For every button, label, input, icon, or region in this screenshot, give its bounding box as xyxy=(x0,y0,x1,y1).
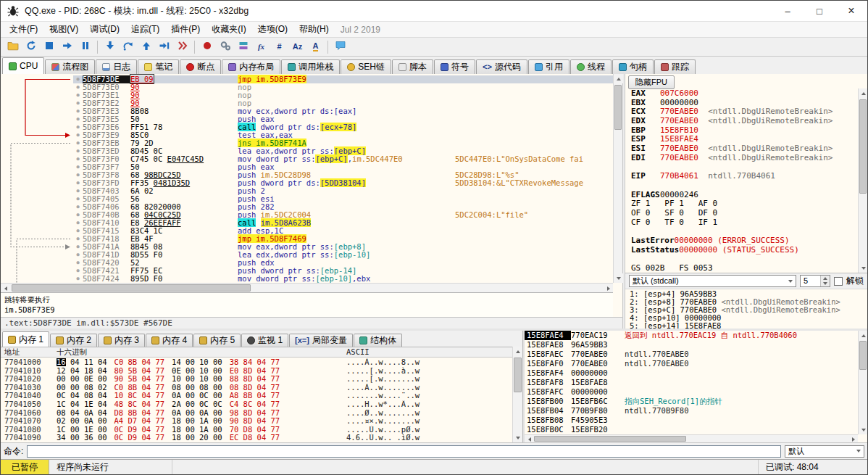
view-tab-8[interactable]: SEH链 xyxy=(341,59,391,74)
stack-row[interactable]: 15E8FAF0770EABE0ntdll.770EABE0 xyxy=(525,359,858,368)
scroll-up-button[interactable] xyxy=(614,74,623,83)
view-tab-9[interactable]: 脚本 xyxy=(392,59,433,74)
view-tab-12[interactable]: 引用 xyxy=(528,59,569,74)
scroll-up-button[interactable] xyxy=(513,347,522,356)
breakpoint-dot[interactable]: ● xyxy=(73,187,83,195)
breakpoint-dot[interactable]: ● xyxy=(73,227,83,235)
breakpoint-dot[interactable]: ● xyxy=(73,195,83,203)
disasm-row[interactable]: ●5D8F741D8D55 F0lea edx,dword ptr ss:[eb… xyxy=(73,251,613,259)
breakpoint-dot[interactable]: ● xyxy=(73,251,83,259)
breakpoint-dot[interactable]: ● xyxy=(73,131,83,139)
animate-into-button[interactable] xyxy=(173,38,191,55)
breakpoint-dot[interactable]: ● xyxy=(73,219,83,227)
breakpoint-dot[interactable]: ● xyxy=(73,267,83,275)
stack-row[interactable]: 15E8FB0015E8FB6C指向SEH_Record[1]的指针 xyxy=(525,397,858,406)
breakpoint-dot[interactable]: ● xyxy=(73,243,83,251)
breakpoint-dot[interactable]: ● xyxy=(73,107,83,115)
stack-scrollbar[interactable] xyxy=(858,331,867,434)
scroll-down-button[interactable] xyxy=(859,425,868,434)
disasm-row[interactable]: ●5D8F73E6FF51 78call dword ptr ds:[ecx+7… xyxy=(73,123,613,131)
scroll-down-button[interactable] xyxy=(513,433,522,442)
view-tab-6[interactable]: 内存布局 xyxy=(222,59,280,74)
disasm-row[interactable]: ●5D8F741583C4 1Cadd esp,1C xyxy=(73,227,613,235)
unlock-checkbox[interactable] xyxy=(834,277,843,286)
breakpoint-dot[interactable]: ● xyxy=(73,171,83,179)
dump-row[interactable]: 7704109034 00 36 000C D9 04 7718 00 20 0… xyxy=(1,434,512,442)
argument-count-stepper[interactable]: 5 xyxy=(800,275,830,287)
run-to-user-code-button[interactable] xyxy=(155,38,173,55)
dump-scrollbar[interactable] xyxy=(512,347,522,442)
breakpoint-dot[interactable]: ● xyxy=(73,163,83,171)
registers-scrollbar[interactable] xyxy=(858,88,867,273)
breakpoint-dot[interactable]: ● xyxy=(73,91,83,99)
breakpoint-dot[interactable]: ● xyxy=(73,147,83,155)
open-file-button[interactable] xyxy=(4,38,22,55)
stepper-up-button[interactable] xyxy=(821,276,830,281)
stack-row[interactable]: 15E8FAEC770EABE0ntdll.770EABE0 xyxy=(525,350,858,359)
breakpoint-dot[interactable]: ● xyxy=(73,75,83,83)
menu-item-4[interactable]: 追踪(T) xyxy=(125,22,165,37)
view-tab-15[interactable]: 跟踪 xyxy=(654,59,696,74)
patches-button[interactable]: # xyxy=(270,38,288,55)
hide-fpu-button[interactable]: 隐藏FPU xyxy=(628,75,675,89)
disasm-row[interactable]: ●5D8F74036A 02push 2 xyxy=(73,187,613,195)
stepper-down-button[interactable] xyxy=(821,281,830,287)
menu-item-7[interactable]: 选项(O) xyxy=(252,22,293,37)
scroll-up-button[interactable] xyxy=(859,331,868,340)
breakpoint-dot[interactable]: ● xyxy=(73,259,83,267)
view-tab-5[interactable]: 断点 xyxy=(180,59,221,74)
scroll-thumb[interactable] xyxy=(12,284,251,292)
disasm-row[interactable]: ●5D8F73E985C0test eax,eax xyxy=(73,131,613,139)
register-row[interactable]: EDI770EABE0 <ntdll.DbgUiRemoteBreakin> xyxy=(631,154,858,163)
dump-tab-5[interactable]: 内存 5 xyxy=(193,334,241,347)
stack-row[interactable]: 15E8FB08F45905E3 xyxy=(525,416,858,425)
breakpoint-dot[interactable]: ● xyxy=(73,203,83,211)
calling-convention-select[interactable]: 默认 (stdcall) xyxy=(629,275,796,287)
stack-row[interactable]: 15E8FAF815E8FAE8 xyxy=(525,378,858,387)
run-button[interactable] xyxy=(58,38,76,55)
disasm-row[interactable]: ●5D8F7424895D F0mov dword ptr ss:[ebp-10… xyxy=(73,275,613,283)
view-tab-2[interactable]: 流程图 xyxy=(45,59,95,74)
stop-button[interactable] xyxy=(40,38,58,55)
maximize-button[interactable]: □ xyxy=(804,1,835,21)
breakpoint-dot[interactable]: ● xyxy=(73,155,83,163)
view-tab-3[interactable]: 日志 xyxy=(96,59,137,74)
view-tab-11[interactable]: <>源代码 xyxy=(476,59,527,74)
dump-tab-7[interactable]: [x=]局部变量 xyxy=(289,334,353,347)
menu-item-6[interactable]: 收藏夹(I) xyxy=(206,22,251,37)
dump-tab-3[interactable]: 内存 3 xyxy=(98,334,145,347)
breakpoint-dot[interactable]: ● xyxy=(73,235,83,243)
pause-button[interactable] xyxy=(76,38,94,55)
disasm-row[interactable]: ●5D8F73F0C745 0C E047C45Dmov dword ptr s… xyxy=(73,155,613,163)
step-over-button[interactable] xyxy=(119,38,137,55)
scroll-thumb[interactable] xyxy=(614,85,622,130)
settings-button[interactable] xyxy=(216,38,234,55)
stack-row[interactable]: 15E8FAFC00000000 xyxy=(525,387,858,397)
minimize-button[interactable]: – xyxy=(772,1,804,21)
disasm-row[interactable]: ●5D8F73E190nop xyxy=(73,91,613,99)
menu-item-1[interactable]: 文件(F) xyxy=(4,22,43,37)
menu-item-3[interactable]: 调试(D) xyxy=(84,22,125,37)
disasm-row[interactable]: ●5D8F73DEEB 09jmp im.5D8F73E9 xyxy=(73,75,613,83)
stack-row[interactable]: 15E8FAF400000000 xyxy=(525,368,858,378)
stack-row[interactable]: 15E8FB04770B9F80ntdll.770B9F80 xyxy=(525,406,858,416)
breakpoint-dot[interactable]: ● xyxy=(73,139,83,147)
menu-item-2[interactable]: 视图(V) xyxy=(43,22,84,37)
stack-row[interactable]: 15E8FAE896A59BB3 xyxy=(525,340,858,350)
stack-row[interactable]: 15E8FB0C15E8FB20 xyxy=(525,425,858,434)
view-tab-7[interactable]: 调用堆栈 xyxy=(281,59,340,74)
close-button[interactable]: × xyxy=(835,1,867,21)
dump-tab-4[interactable]: 内存 4 xyxy=(146,334,193,347)
view-tab-4[interactable]: 笔记 xyxy=(138,59,179,74)
scroll-thumb[interactable] xyxy=(534,436,686,442)
scroll-up-button[interactable] xyxy=(859,88,868,98)
flags-row[interactable]: GS 002B FS 0053 xyxy=(631,264,858,273)
disasm-row[interactable]: ●5D8F73FDFF35 0481D35Dpush dword ptr ds:… xyxy=(73,179,613,187)
breakpoint-dot[interactable]: ● xyxy=(73,275,83,283)
scroll-down-button[interactable] xyxy=(859,263,868,273)
disassembly-vertical-scrollbar[interactable] xyxy=(613,74,622,283)
breakpoint-dot[interactable]: ● xyxy=(73,99,83,107)
breakpoints-button[interactable] xyxy=(198,38,216,55)
feedback-chat-button[interactable] xyxy=(331,38,349,55)
scroll-thumb[interactable] xyxy=(859,99,867,194)
